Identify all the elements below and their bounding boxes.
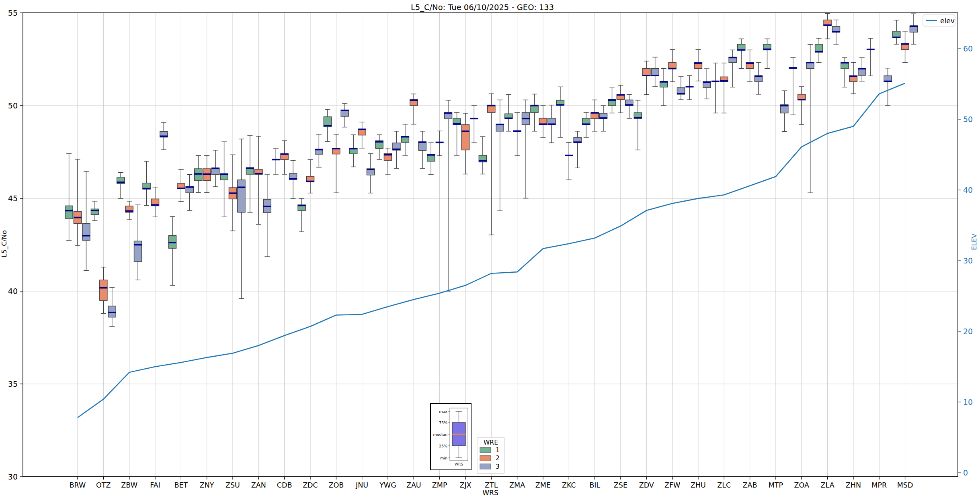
- inset-label: max: [439, 409, 447, 414]
- x-tick-label-ZOA: ZOA: [794, 481, 809, 489]
- inset-caption: WRS: [455, 462, 463, 466]
- x-tick-label-ZSU: ZSU: [226, 481, 240, 489]
- wre-legend-label: 1: [496, 447, 500, 454]
- x-tick-label-ZAN: ZAN: [251, 481, 266, 489]
- wre-legend-label: 2: [496, 455, 500, 462]
- wre-swatch-1: [480, 447, 491, 453]
- x-tick-label-ZME: ZME: [535, 481, 551, 489]
- y-tick-label: 55: [8, 8, 18, 17]
- x-tick-label-OTZ: OTZ: [96, 481, 111, 489]
- figure-background: [0, 0, 980, 498]
- x-tick-label-CDB: CDB: [277, 481, 292, 489]
- x-tick-label-BIL: BIL: [589, 481, 600, 489]
- elev-legend: elev: [923, 15, 955, 26]
- y2-tick-label: 30: [963, 256, 973, 265]
- x-tick-label-ZNY: ZNY: [200, 481, 214, 489]
- x-tick-label-ZHU: ZHU: [691, 481, 706, 489]
- x-tick-label-ZDC: ZDC: [303, 481, 318, 489]
- inset-label: 75%: [439, 420, 447, 425]
- wre-swatch-3: [480, 464, 491, 469]
- y-tick-label: 50: [8, 101, 18, 110]
- y2-axis-label: ELEV: [970, 233, 978, 250]
- inset-label: min: [440, 456, 447, 460]
- y-tick-label: 30: [8, 472, 18, 481]
- x-tick-label-YWG: YWG: [379, 481, 396, 489]
- y2-tick-label: 50: [963, 115, 973, 124]
- y2-tick-label: 10: [963, 398, 973, 406]
- y2-tick-label: 20: [963, 327, 973, 336]
- x-tick-label-ZHN: ZHN: [846, 481, 861, 489]
- x-tick-label-FAI: FAI: [150, 481, 160, 489]
- x-tick-label-ZSE: ZSE: [614, 481, 627, 489]
- x-tick-label-ZAU: ZAU: [406, 481, 421, 489]
- chart-title: L5_C/No: Tue 06/10/2025 - GEO: 133: [411, 3, 554, 12]
- boxplot-anatomy-inset: max75%median25%minWRS: [431, 404, 471, 470]
- wre-legend-label: 3: [496, 463, 500, 470]
- x-tick-label-BRW: BRW: [70, 481, 86, 489]
- x-tick-label-ZLC: ZLC: [717, 481, 731, 489]
- x-tick-label-MTP: MTP: [769, 481, 783, 489]
- x-tick-label-ZFW: ZFW: [664, 481, 680, 489]
- elev-legend-label: elev: [940, 17, 955, 25]
- x-tick-label-JNU: JNU: [355, 481, 368, 489]
- wre-legend: WRE123: [477, 437, 504, 474]
- x-tick-label-MSD: MSD: [897, 481, 913, 489]
- inset-label: median: [433, 432, 447, 437]
- x-tick-label-ZJX: ZJX: [459, 481, 471, 489]
- x-tick-label-ZBW: ZBW: [121, 481, 137, 489]
- y-tick-label: 45: [8, 194, 18, 203]
- y-tick-label: 35: [8, 380, 18, 388]
- x-tick-label-ZAB: ZAB: [743, 481, 757, 489]
- y-tick-label: 40: [8, 287, 18, 296]
- x-tick-label-ZKC: ZKC: [562, 481, 576, 489]
- boxplot-figure: 3035404550550102030405060BRWOTZZBWFAIBET…: [0, 0, 980, 498]
- x-tick-label-ZLA: ZLA: [821, 481, 834, 489]
- x-tick-label-ZDV: ZDV: [639, 481, 654, 489]
- x-tick-label-ZOB: ZOB: [328, 481, 344, 489]
- x-tick-label-ZTL: ZTL: [485, 481, 498, 489]
- y-axis-label: L5_C/No: [0, 230, 8, 257]
- x-tick-label-ZMA: ZMA: [509, 481, 525, 489]
- x-axis-label: WRS: [482, 489, 498, 497]
- x-tick-label-BET: BET: [174, 481, 188, 489]
- inset-label: 25%: [439, 444, 447, 448]
- chart-canvas: 3035404550550102030405060BRWOTZZBWFAIBET…: [0, 0, 980, 498]
- wre-legend-title: WRE: [484, 439, 498, 446]
- x-tick-label-MPR: MPR: [871, 481, 887, 489]
- y2-tick-label: 60: [963, 44, 973, 53]
- y2-tick-label: 0: [963, 468, 968, 477]
- wre-swatch-2: [480, 456, 491, 461]
- x-tick-label-ZMP: ZMP: [432, 481, 447, 489]
- y2-tick-label: 40: [963, 186, 973, 194]
